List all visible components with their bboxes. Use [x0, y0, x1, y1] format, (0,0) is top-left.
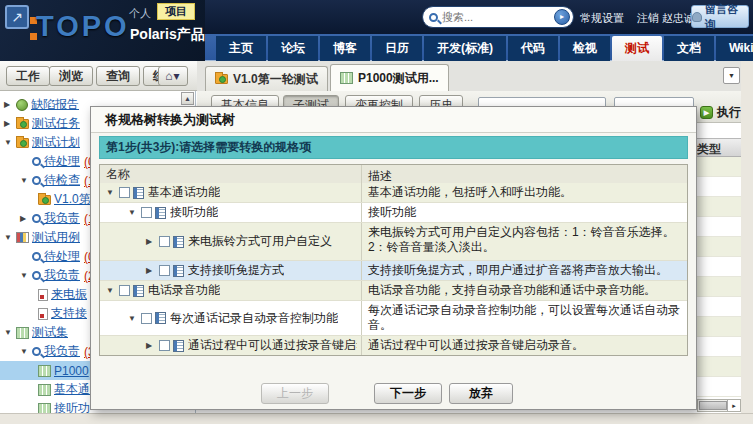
row-checkbox[interactable] — [119, 187, 130, 198]
nav-item-test-active[interactable]: 测试 — [612, 36, 662, 61]
tab-overflow-dropdown-icon[interactable] — [723, 67, 740, 84]
expand-icon[interactable] — [106, 286, 119, 295]
nav-item-dev[interactable]: 开发(标准) — [424, 36, 506, 61]
expand-icon[interactable] — [4, 328, 16, 337]
dialog-title: 将规格树转换为测试树 — [91, 107, 696, 133]
query-button[interactable]: 查询 — [96, 66, 140, 86]
collapse-icon[interactable] — [4, 100, 16, 109]
browse-button[interactable]: 浏览 — [49, 66, 93, 86]
tree-label[interactable]: 测试用例 — [32, 229, 80, 246]
spec-name[interactable]: 电话录音功能 — [148, 282, 220, 299]
nav-item-review[interactable]: 检视 — [560, 36, 610, 61]
expand-icon[interactable] — [128, 208, 141, 217]
tree-label[interactable]: 接听功 — [54, 400, 90, 413]
spec-row-auto-record: 每次通话记录自动录音控制功能 每次通话记录自动录音控制功能，可以设置每次通话自动… — [100, 300, 687, 335]
expand-icon[interactable] — [4, 233, 16, 242]
main-nav: 主页 论坛 博客 日历 开发(标准) 代码 检视 测试 文档 Wiki — [216, 36, 753, 61]
tree-label[interactable]: 我负责 — [44, 267, 80, 284]
spec-name[interactable]: 来电振铃方式可用户自定义 — [188, 233, 332, 250]
execute-button[interactable]: 执行 — [700, 104, 741, 121]
right-margin-band — [741, 61, 753, 424]
row-checkbox[interactable] — [141, 313, 152, 324]
tree-label[interactable]: V1.0第 — [54, 191, 91, 208]
tree-label[interactable]: 测试任务 — [32, 115, 80, 132]
abandon-button[interactable]: 放弃 — [449, 383, 513, 404]
collapse-icon[interactable] — [20, 214, 32, 223]
nav-item-code[interactable]: 代码 — [508, 36, 558, 61]
type-column-header[interactable]: 类型 — [697, 141, 721, 158]
nav-item-docs[interactable]: 文档 — [664, 36, 714, 61]
expand-icon[interactable] — [106, 188, 119, 197]
horizontal-scrollbar[interactable] — [697, 399, 741, 412]
filter-search-icon — [32, 271, 41, 280]
collapse-icon[interactable] — [146, 266, 159, 275]
tree-label[interactable]: 支持接 — [51, 305, 87, 322]
spec-description: 通话过程中可以通过按录音键启动录音。 — [362, 336, 687, 355]
spec-item-icon — [155, 207, 166, 219]
filter-search-icon — [32, 176, 41, 185]
scrollbar-right-arrow-icon[interactable] — [727, 400, 740, 411]
tree-label[interactable]: 我负责 — [44, 210, 80, 227]
row-checkbox[interactable] — [159, 265, 170, 276]
folder-icon — [38, 195, 51, 205]
page-icon — [38, 289, 48, 301]
scope-tab-project[interactable]: 项目 — [157, 3, 195, 20]
search-input[interactable] — [442, 11, 554, 23]
expand-icon[interactable] — [20, 271, 32, 280]
row-checkbox[interactable] — [159, 340, 170, 351]
expand-icon[interactable] — [20, 176, 32, 185]
page-icon — [38, 308, 48, 320]
tree-label[interactable]: 缺陷报告 — [31, 96, 79, 113]
next-step-button[interactable]: 下一步 — [374, 383, 442, 404]
row-checkbox[interactable] — [159, 236, 170, 247]
spec-name[interactable]: 基本通话功能 — [148, 184, 220, 201]
row-checkbox[interactable] — [119, 285, 130, 296]
scrollbar-thumb[interactable] — [699, 401, 727, 410]
tree-label[interactable]: 我负责 — [44, 343, 80, 360]
expand-icon[interactable] — [4, 138, 16, 147]
nav-item-calendar[interactable]: 日历 — [372, 36, 422, 61]
tree-label[interactable]: 测试计划 — [32, 134, 80, 151]
sidebar-scroll-up-icon[interactable] — [181, 92, 194, 105]
filter-search-icon — [32, 214, 41, 223]
nav-more-icon[interactable] — [737, 44, 745, 53]
window-expand-icon[interactable] — [5, 5, 29, 29]
collapse-icon[interactable] — [4, 119, 16, 128]
expand-icon[interactable] — [20, 347, 32, 356]
test-set-icon — [340, 72, 353, 84]
content-tab-p1000-active[interactable]: P1000测试用... — [330, 64, 449, 91]
settings-link[interactable]: 常规设置 — [580, 11, 624, 26]
bottom-margin-band — [0, 413, 753, 424]
nav-item-wiki[interactable]: Wiki — [716, 36, 753, 61]
tree-label[interactable]: 待处理 — [44, 248, 80, 265]
tree-label[interactable]: 来电振 — [51, 286, 87, 303]
wizard-step-banner: 第1步(共3步):请选择需要转换的规格项 — [99, 136, 688, 159]
filter-search-icon — [32, 157, 41, 166]
logout-link[interactable]: 注销 赵忠诚 — [637, 11, 695, 26]
spec-name[interactable]: 通话过程中可以通过按录音键启动录音。 — [188, 337, 357, 354]
tree-label[interactable]: 待检查 — [44, 172, 80, 189]
nav-item-blog[interactable]: 博客 — [320, 36, 370, 61]
work-button[interactable]: 工作 — [6, 66, 50, 86]
spec-name[interactable]: 每次通话记录自动录音控制功能 — [170, 310, 338, 327]
content-tab-v1-round1[interactable]: V1.0第一轮测试 — [205, 66, 328, 91]
product-name: Polaris产品 — [130, 26, 205, 44]
home-dropdown-button[interactable] — [158, 66, 188, 86]
message-consult-button[interactable]: 留言咨询 — [691, 5, 749, 28]
spec-name[interactable]: 支持接听免提方式 — [188, 262, 284, 279]
nav-item-forum[interactable]: 论坛 — [268, 36, 318, 61]
search-box[interactable] — [422, 6, 574, 28]
nav-item-home[interactable]: 主页 — [216, 36, 266, 61]
expand-icon[interactable] — [128, 314, 141, 323]
spec-name[interactable]: 接听功能 — [170, 204, 218, 221]
tree-label[interactable]: 待处理 — [44, 153, 80, 170]
row-checkbox[interactable] — [141, 207, 152, 218]
collapse-icon[interactable] — [146, 341, 159, 350]
tree-label[interactable]: P1000 — [54, 364, 89, 378]
prev-step-button[interactable]: 上一步 — [261, 383, 329, 404]
tree-label[interactable]: 测试集 — [32, 324, 68, 341]
search-go-icon[interactable] — [554, 9, 570, 25]
tree-label[interactable]: 基本通 — [54, 381, 90, 398]
scope-tab-personal[interactable]: 个人 — [129, 6, 151, 21]
collapse-icon[interactable] — [146, 237, 159, 246]
